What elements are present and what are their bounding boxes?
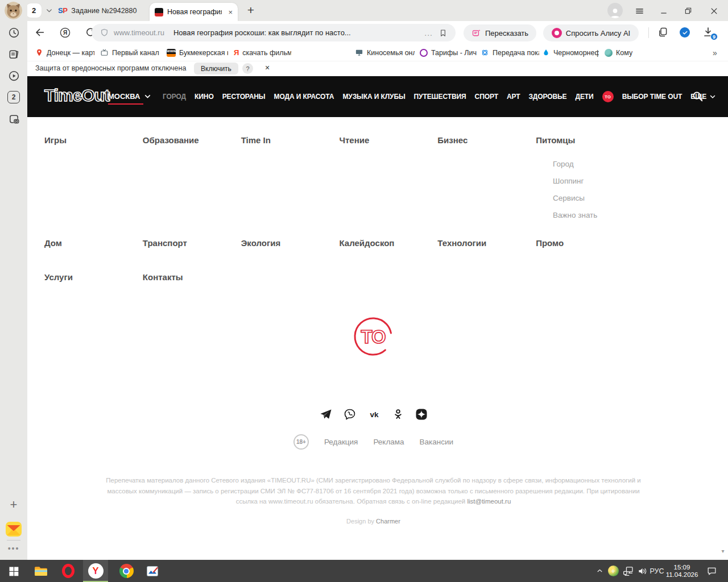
bookmark-tarify[interactable]: Тарифы - Личный	[420, 44, 477, 61]
footer-link-redaktsiya[interactable]: Редакция	[324, 438, 358, 446]
footer-link-uslugi[interactable]: Услуги	[44, 272, 143, 282]
yandex-browser-taskbar-active[interactable]: Y	[83, 560, 108, 582]
help-icon[interactable]: ?	[242, 63, 253, 74]
ask-alice-button[interactable]: Спросить Алису AI	[543, 24, 639, 41]
zen-icon[interactable]	[415, 408, 428, 421]
clock-tray[interactable]: 15:09 11.04.2026	[663, 560, 701, 582]
antivirus-tray-icon[interactable]: +	[606, 560, 620, 582]
address-bar[interactable]: www.timeout.ru Новая география роскоши: …	[92, 24, 456, 41]
sidebar-more-icon[interactable]: •••	[0, 544, 27, 553]
footer-link-promo[interactable]: Промо	[536, 238, 634, 248]
nav-muzyka[interactable]: МУЗЫКА И КЛУБЫ	[342, 93, 405, 101]
file-explorer-icon[interactable]	[32, 560, 50, 582]
pets-sublink-servisy[interactable]: Сервисы	[553, 194, 585, 202]
protect-extension-icon[interactable]	[680, 26, 692, 39]
nav-vybor-timeout[interactable]: ВЫБОР TIME OUT	[622, 93, 682, 101]
footer-link-kontakty[interactable]: Контакты	[143, 272, 241, 282]
yandex-mail-icon[interactable]	[5, 521, 22, 538]
tray-expand-chevron-icon[interactable]	[594, 560, 605, 582]
footer-link-kaleydoskop[interactable]: Калейдоскоп	[339, 238, 437, 248]
nav-restorany[interactable]: РЕСТОРАНЫ	[222, 93, 266, 101]
telegram-icon[interactable]	[319, 408, 333, 421]
vk-icon[interactable]: vk	[367, 408, 382, 421]
footer-link-transport[interactable]: Транспорт	[143, 238, 241, 248]
user-avatar[interactable]	[5, 2, 22, 19]
design-credit: Design by Charmer	[27, 518, 719, 525]
tab-close-icon[interactable]: ×	[228, 9, 233, 16]
tab-active-timeout[interactable]: Новая география роск ×	[150, 3, 238, 21]
action-center-icon[interactable]	[704, 560, 719, 582]
tab-counter-button[interactable]: 2	[26, 3, 42, 18]
footer-link-chtenie[interactable]: Чтение	[339, 135, 437, 145]
window-minimize-icon[interactable]	[657, 5, 670, 17]
charmer-link[interactable]: Charmer	[376, 518, 400, 525]
viber-icon[interactable]	[343, 408, 357, 421]
footer-link-biznes[interactable]: Бизнес	[437, 135, 536, 145]
bookmark-donetsk[interactable]: Донецк — карта, ч	[35, 44, 94, 61]
tabs-panel-icon[interactable]: 2	[7, 90, 20, 104]
history-icon[interactable]	[7, 26, 20, 39]
feed-icon[interactable]	[7, 47, 20, 61]
nav-moda[interactable]: МОДА И КРАСОТА	[274, 93, 334, 101]
collections-extension-icon[interactable]	[657, 26, 669, 39]
video-play-icon[interactable]	[7, 69, 20, 82]
start-button-icon[interactable]	[6, 560, 22, 582]
address-more-icon[interactable]: ...	[424, 28, 433, 38]
bookmark-bukmekerskaya[interactable]: WWW Букмекерская кон	[167, 44, 228, 61]
footer-link-tekhnologii[interactable]: Технологии	[437, 238, 536, 248]
notification-close-icon[interactable]: ×	[265, 64, 270, 72]
timeout-logo[interactable]: TimeOut	[44, 86, 109, 105]
scrollbar-down-icon[interactable]: ▾	[719, 548, 727, 554]
footer-link-reklama[interactable]: Реклама	[373, 438, 404, 446]
bookmark-komu[interactable]: Кому	[605, 44, 632, 61]
nav-art[interactable]: АРТ	[507, 93, 520, 101]
yandex-services-icon[interactable]: Я	[59, 26, 72, 39]
footer-link-vakansii[interactable]: Вакансии	[420, 438, 454, 446]
nav-sport[interactable]: СПОРТ	[475, 93, 498, 101]
odnoklassniki-icon[interactable]	[392, 408, 404, 421]
footer-link-ekologiya[interactable]: Экология	[241, 238, 340, 248]
opera-icon[interactable]	[59, 560, 77, 582]
downloads-icon[interactable]: 9	[702, 26, 715, 39]
tab-inactive-zadanie[interactable]: SP Задание №2942880 - про	[58, 0, 148, 21]
paint-icon[interactable]	[143, 560, 162, 582]
nav-gorod[interactable]: ГОРОД	[163, 93, 186, 101]
browser-menu-icon[interactable]	[633, 5, 646, 17]
footer-link-pitomtsy[interactable]: Питомцы	[536, 135, 634, 145]
timeout-footer-logo[interactable]: TO	[351, 315, 395, 358]
browser-profile-avatar[interactable]	[607, 3, 623, 18]
bookmark-chernomorneftegaz[interactable]: Черноморнефтег	[542, 44, 599, 61]
back-icon[interactable]	[34, 26, 46, 39]
tab-list-chevron-icon[interactable]	[46, 7, 53, 14]
bookmark-skachat-filmy[interactable]: Я скачать фильмы 2	[234, 44, 291, 61]
bookmark-kinosemya[interactable]: Киносемья онлай	[355, 44, 415, 61]
pets-sublink-shopping[interactable]: Шоппинг	[553, 177, 584, 185]
chrome-icon[interactable]	[117, 560, 135, 582]
footer-link-igry[interactable]: Игры	[44, 135, 143, 145]
bookmark-peredacha[interactable]: Передача показа	[481, 44, 539, 61]
nav-kino[interactable]: КИНО	[195, 93, 214, 101]
enable-protection-button[interactable]: Включить	[194, 63, 238, 74]
volume-tray-icon[interactable]	[636, 560, 650, 582]
screenshot-icon[interactable]	[7, 112, 20, 126]
retell-button[interactable]: Пересказать	[464, 24, 536, 41]
nav-puteshestviya[interactable]: ПУТЕШЕСТВИЯ	[414, 93, 466, 101]
city-selector[interactable]: МОСКВА	[108, 92, 151, 101]
bookmarks-overflow-icon[interactable]: »	[713, 44, 717, 61]
nav-deti[interactable]: ДЕТИ	[576, 93, 594, 101]
search-icon[interactable]	[692, 90, 704, 102]
window-restore-icon[interactable]	[682, 5, 694, 17]
nav-zdorovye[interactable]: ЗДОРОВЬЕ	[528, 93, 566, 101]
editorial-email-link[interactable]: list@timeout.ru	[467, 498, 511, 505]
new-tab-button[interactable]: +	[243, 3, 258, 18]
footer-link-dom[interactable]: Дом	[44, 238, 143, 248]
bookmark-flag-icon[interactable]	[439, 28, 448, 38]
add-panel-icon[interactable]: +	[7, 498, 20, 512]
window-close-icon[interactable]	[708, 5, 720, 17]
footer-link-obrazovanie[interactable]: Образование	[143, 135, 241, 145]
pets-sublink-vazhno-znat[interactable]: Важно знать	[553, 211, 597, 219]
bookmark-pervy-kanal[interactable]: Первый канал — с	[100, 44, 161, 61]
pets-sublink-gorod[interactable]: Город	[553, 160, 574, 168]
network-tray-icon[interactable]	[621, 560, 635, 582]
footer-link-time-in[interactable]: Time In	[241, 135, 340, 145]
